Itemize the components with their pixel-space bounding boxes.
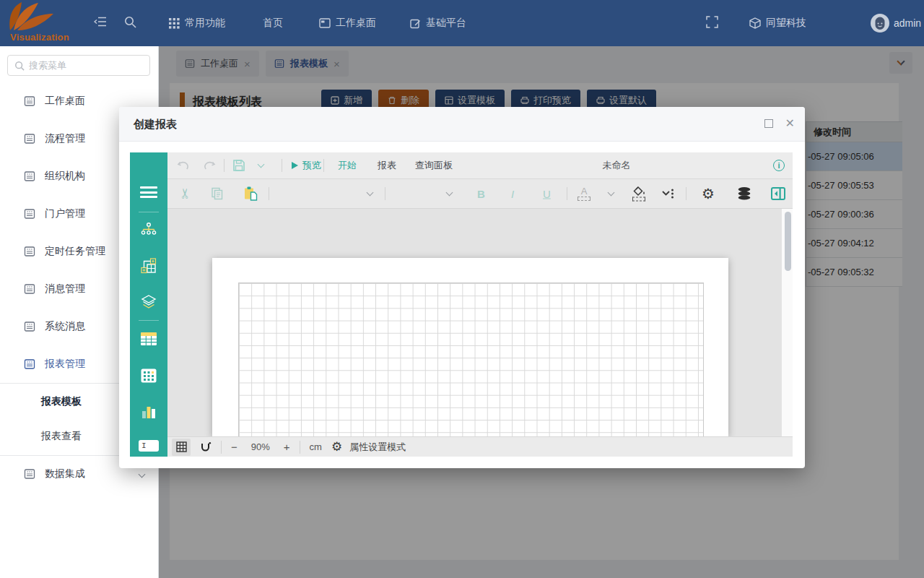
nav-item-common-functions[interactable]: 常用功能: [169, 0, 225, 46]
page-grid: [238, 282, 704, 436]
designer-menu-icon[interactable]: [130, 186, 167, 198]
app-logo[interactable]: Visualization: [4, 1, 84, 45]
divider: [323, 159, 324, 172]
text-input-tool[interactable]: I: [130, 440, 167, 452]
modal-title: 创建报表: [134, 118, 177, 131]
maximize-icon[interactable]: [764, 119, 773, 128]
document-icon: [24, 246, 35, 257]
chevron-down-icon: [139, 470, 146, 478]
designer-formatbar: ✂ B I U A: [167, 179, 793, 209]
font-color-button[interactable]: A: [578, 186, 590, 201]
top-navbar: Visualization 常用功能 首页 工作桌面 基础平台 同望科技: [0, 0, 924, 46]
copy-icon[interactable]: [211, 187, 225, 201]
sidebar-item-label: 组织机构: [45, 170, 85, 183]
designer-menubar: 预览 开始 报表 查询面板 未命名 i: [167, 152, 793, 179]
hamburger-icon: [140, 186, 157, 198]
border-options-button[interactable]: [661, 188, 675, 200]
chart-tool[interactable]: [130, 405, 167, 418]
scrollbar-thumb[interactable]: [785, 212, 791, 271]
company-menu[interactable]: 同望科技: [749, 0, 806, 46]
zoom-out-button[interactable]: −: [231, 441, 237, 453]
divider: [300, 441, 300, 454]
unit-label: cm: [310, 441, 322, 452]
subreport-tool[interactable]: [130, 258, 167, 274]
edit-square-icon: [410, 18, 421, 29]
paste-icon[interactable]: [243, 186, 258, 202]
preview-button[interactable]: 预览: [292, 159, 321, 172]
fullscreen-icon[interactable]: [706, 16, 718, 31]
settings-gear-icon[interactable]: ⚙: [331, 441, 342, 453]
document-icon: [24, 133, 35, 144]
nav-item-label: 工作桌面: [336, 17, 376, 30]
org-tree-tool[interactable]: [130, 222, 167, 238]
font-size-dropdown[interactable]: [443, 192, 455, 195]
create-report-modal: 创建报表 ✕: [119, 107, 805, 468]
cut-icon[interactable]: ✂: [177, 188, 193, 199]
username: admin: [894, 17, 921, 29]
redo-icon[interactable]: [203, 160, 216, 171]
document-icon: [24, 358, 35, 370]
sidebar-item-label: 消息管理: [45, 282, 85, 296]
menu-collapse-icon[interactable]: [94, 16, 107, 30]
table-tool[interactable]: [130, 332, 167, 346]
paint-bucket-icon: [633, 186, 645, 197]
nav-item-home[interactable]: 首页: [263, 0, 283, 46]
close-icon[interactable]: ✕: [785, 116, 795, 130]
database-icon: [737, 187, 751, 201]
mode-label: 属性设置模式: [349, 441, 406, 454]
search-icon[interactable]: [124, 16, 136, 31]
design-canvas[interactable]: [167, 209, 793, 436]
grid-dots-icon: [141, 368, 157, 383]
info-icon[interactable]: i: [773, 160, 785, 171]
sidebar-item-label: 报表查看: [41, 430, 82, 443]
document-icon: [24, 95, 35, 107]
avatar: [871, 14, 889, 33]
menu-search-input[interactable]: [29, 60, 156, 71]
save-dropdown-chevron-icon[interactable]: [258, 164, 263, 167]
sidebar-item-label: 系统消息: [45, 320, 85, 333]
sidebar-item-label: 流程管理: [45, 132, 85, 145]
layers-tool[interactable]: [130, 294, 167, 310]
chevron-dots-icon: [661, 188, 675, 200]
zoom-level: 90%: [247, 441, 274, 452]
nav-item-base-platform[interactable]: 基础平台: [410, 0, 466, 46]
grid-toggle-button[interactable]: [172, 439, 191, 456]
menubar-tab-start[interactable]: 开始: [338, 159, 357, 172]
save-icon[interactable]: [232, 159, 245, 172]
table-icon: [140, 332, 157, 346]
layers-icon: [140, 294, 157, 310]
divider: [686, 187, 687, 200]
designer-tool-sidebar: I: [130, 152, 167, 457]
toggle-panel-button[interactable]: [771, 187, 785, 200]
logo-leaves-icon: [4, 1, 62, 32]
play-icon: [292, 162, 298, 169]
company-name: 同望科技: [766, 17, 806, 30]
nav-item-work-desktop[interactable]: 工作桌面: [319, 0, 376, 46]
apps-grid-icon: [169, 18, 180, 29]
magnet-icon: [200, 441, 212, 453]
cell-grid-tool[interactable]: [130, 368, 167, 383]
report-page[interactable]: [212, 258, 728, 436]
fill-color-button[interactable]: [632, 186, 645, 202]
snap-magnet-button[interactable]: [200, 441, 212, 453]
font-family-dropdown[interactable]: [364, 192, 375, 195]
font-color-chevron-icon[interactable]: [605, 192, 616, 195]
color-swatch: [578, 197, 590, 201]
linked-grid-icon: [141, 258, 157, 274]
bold-button[interactable]: B: [477, 188, 485, 200]
search-icon: [14, 61, 25, 71]
settings-gear-icon[interactable]: ⚙: [702, 186, 715, 201]
divider: [221, 441, 222, 454]
user-menu[interactable]: admin: [871, 14, 921, 33]
document-icon: [24, 283, 35, 295]
menubar-tab-query-panel[interactable]: 查询面板: [415, 159, 453, 172]
undo-icon[interactable]: [177, 160, 190, 171]
document-icon: [24, 321, 35, 332]
scrollbar-track[interactable]: [782, 209, 793, 436]
menubar-tab-report[interactable]: 报表: [378, 159, 396, 172]
sidebar-item-label: 数据集成: [45, 467, 85, 480]
underline-button[interactable]: U: [543, 188, 551, 200]
zoom-in-button[interactable]: +: [284, 441, 290, 453]
italic-button[interactable]: I: [511, 188, 514, 200]
data-source-button[interactable]: [737, 187, 751, 201]
